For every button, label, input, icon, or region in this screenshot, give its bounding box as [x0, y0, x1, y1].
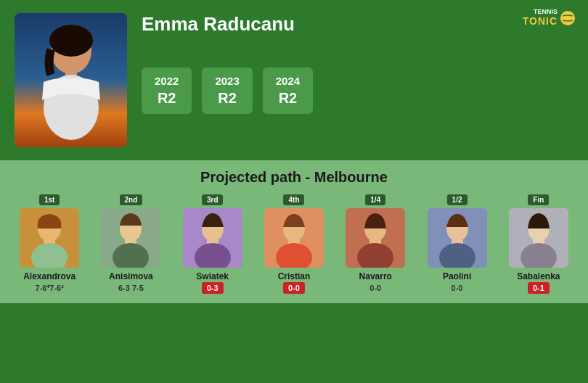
score-swiatek: 0-3 [202, 284, 224, 292]
round-badge-3rd: 3rd [202, 194, 224, 205]
logo-area: TENNIS TONIC [523, 9, 575, 27]
year-label-2023: 2023 [215, 75, 239, 87]
logo-tonic-text: TONIC [523, 16, 558, 27]
thumb-cristian [264, 208, 324, 268]
year-box-2022: 2022 R2 [142, 67, 192, 114]
round-badge-4th: 4th [283, 194, 304, 205]
round-badge-2nd: 2nd [120, 194, 143, 205]
score-navarro: 0-0 [369, 284, 381, 292]
score-anisimova: 6-3 7-5 [118, 284, 144, 292]
player-name-navarro: Navarro [359, 271, 392, 281]
year-box-2024: 2024 R2 [263, 67, 313, 114]
player-card-alexandrova: 1st Alexandrova 7-6⁴7-6² [13, 194, 86, 293]
player-card-swiatek: 3rd Swiatek 0-3 [176, 194, 249, 292]
player-card-navarro: 1/4 Navarro 0-0 [339, 194, 412, 292]
year-box-2023: 2023 R2 [202, 67, 252, 114]
player-card-anisimova: 2nd Anisimova 6-3 7-5 [94, 194, 167, 292]
player-name-alexandrova: Alexandrova [23, 271, 75, 281]
thumb-alexandrova [20, 208, 79, 268]
player-name: Emma Raducanu [142, 13, 573, 36]
player-card-cristian: 4th Cristian 0-0 [258, 194, 330, 292]
year-value-2024: R2 [276, 90, 300, 107]
player-name-swiatek: Swiatek [196, 271, 229, 281]
round-badge-sf: 1/2 [447, 194, 467, 205]
thumb-navarro [346, 208, 405, 268]
player-info: Emma Raducanu 2022 R2 2023 R2 2024 R2 [142, 13, 573, 114]
score-sabalenka: 0-1 [528, 284, 550, 292]
thumb-sabalenka [509, 208, 568, 268]
round-badge-qf: 1/4 [365, 194, 385, 205]
svg-point-0 [561, 12, 574, 25]
svg-point-3 [49, 25, 93, 57]
round-badge-fin: Fin [528, 194, 549, 205]
player-name-sabalenka: Sabalenka [517, 271, 560, 281]
player-photo [15, 13, 127, 147]
thumb-anisimova [101, 208, 160, 268]
score-alexandrova: 7-6⁴7-6² [35, 284, 63, 293]
player-card-sabalenka: Fin Sabalenka 0-1 [502, 194, 575, 292]
top-section: TENNIS TONIC [0, 0, 588, 155]
player-card-paolini: 1/2 Paolini 0-0 [421, 194, 494, 292]
thumb-swiatek [183, 208, 242, 268]
projected-title: Projected path - Melbourne [10, 169, 578, 186]
year-value-2022: R2 [155, 90, 179, 107]
score-cristian: 0-0 [283, 284, 305, 292]
player-name-paolini: Paolini [443, 271, 471, 281]
year-boxes: 2022 R2 2023 R2 2024 R2 [142, 67, 573, 114]
score-paolini: 0-0 [452, 284, 463, 292]
player-name-anisimova: Anisimova [109, 271, 153, 281]
player-name-cristian: Cristian [278, 271, 311, 281]
year-label-2024: 2024 [276, 75, 300, 87]
logo-ball-icon [560, 11, 575, 25]
bottom-section: Projected path - Melbourne 1st Alexandro… [0, 160, 588, 303]
year-value-2023: R2 [215, 90, 239, 107]
round-badge-1st: 1st [39, 194, 60, 205]
thumb-paolini [428, 208, 487, 268]
year-label-2022: 2022 [155, 75, 179, 87]
players-row: 1st Alexandrova 7-6⁴7-6² 2nd [10, 194, 578, 293]
